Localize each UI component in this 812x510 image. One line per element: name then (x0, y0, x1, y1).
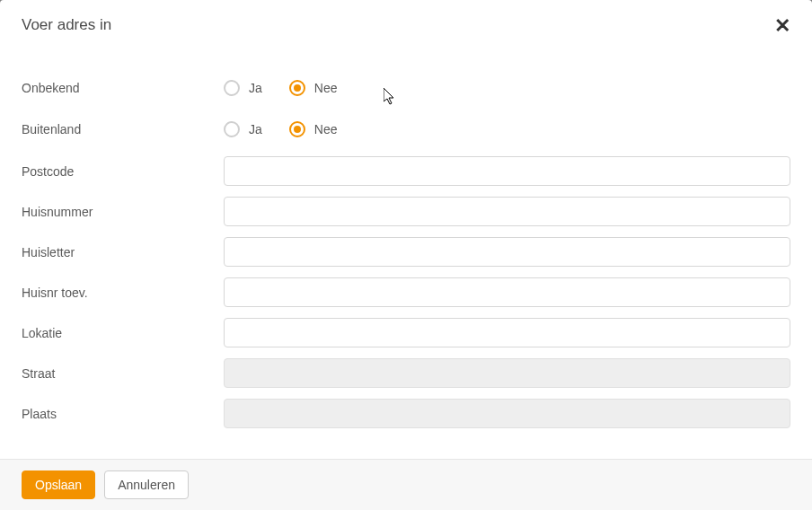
label-huisletter: Huisletter (22, 245, 224, 259)
save-button[interactable]: Opslaan (22, 470, 95, 499)
modal-header: Voer adres in ✕ (0, 0, 812, 47)
control-postcode (224, 156, 790, 186)
control-plaats (224, 399, 790, 428)
control-straat (224, 358, 790, 388)
onbekend-nee-option[interactable]: Nee (289, 80, 338, 96)
label-onbekend: Onbekend (22, 81, 224, 95)
huisnummer-input[interactable] (224, 197, 790, 226)
buitenland-radio-group: Ja Nee (224, 121, 790, 137)
control-huisnr-toev (224, 277, 790, 307)
buitenland-ja-label: Ja (249, 122, 262, 136)
radio-dot (294, 126, 301, 133)
lokatie-input[interactable] (224, 318, 790, 347)
label-huisnr-toev: Huisnr toev. (22, 286, 224, 300)
plaats-input (224, 399, 790, 428)
buitenland-ja-option[interactable]: Ja (224, 121, 262, 137)
label-plaats: Plaats (22, 407, 224, 421)
row-huisnummer: Huisnummer (22, 197, 790, 226)
radio-dot (294, 84, 301, 92)
onbekend-radio-group: Ja Nee (224, 80, 790, 96)
onbekend-ja-option[interactable]: Ja (224, 80, 262, 96)
huisletter-input[interactable] (224, 237, 790, 267)
row-huisnr-toev: Huisnr toev. (22, 277, 790, 307)
control-lokatie (224, 318, 790, 347)
row-postcode: Postcode (22, 156, 790, 186)
label-buitenland: Buitenland (22, 122, 224, 136)
close-button[interactable]: ✕ (774, 16, 790, 36)
label-lokatie: Lokatie (22, 326, 224, 340)
radio-icon (224, 121, 240, 137)
control-huisnummer (224, 197, 790, 226)
row-plaats: Plaats (22, 399, 790, 428)
control-onbekend: Ja Nee (224, 80, 790, 96)
row-lokatie: Lokatie (22, 318, 790, 347)
onbekend-ja-label: Ja (249, 81, 262, 95)
radio-icon (224, 80, 240, 96)
modal-body: Onbekend Ja Nee Buitenland (0, 47, 812, 459)
buitenland-nee-label: Nee (314, 122, 338, 136)
cancel-button[interactable]: Annuleren (104, 470, 189, 499)
modal-footer: Opslaan Annuleren (0, 459, 812, 510)
address-modal: Voer adres in ✕ Onbekend Ja Nee (0, 0, 812, 510)
buitenland-nee-option[interactable]: Nee (289, 121, 338, 137)
close-icon: ✕ (774, 14, 790, 37)
huisnr-toev-input[interactable] (224, 277, 790, 307)
control-buitenland: Ja Nee (224, 121, 790, 137)
row-onbekend: Onbekend Ja Nee (22, 74, 790, 102)
straat-input (224, 358, 790, 388)
label-huisnummer: Huisnummer (22, 205, 224, 219)
row-huisletter: Huisletter (22, 237, 790, 267)
control-huisletter (224, 237, 790, 267)
postcode-input[interactable] (224, 156, 790, 186)
radio-icon-selected (289, 80, 305, 96)
radio-icon-selected (289, 121, 305, 137)
label-postcode: Postcode (22, 164, 224, 179)
label-straat: Straat (22, 366, 224, 381)
modal-title: Voer adres in (22, 16, 111, 34)
row-straat: Straat (22, 358, 790, 388)
row-buitenland: Buitenland Ja Nee (22, 115, 790, 144)
onbekend-nee-label: Nee (314, 81, 338, 95)
